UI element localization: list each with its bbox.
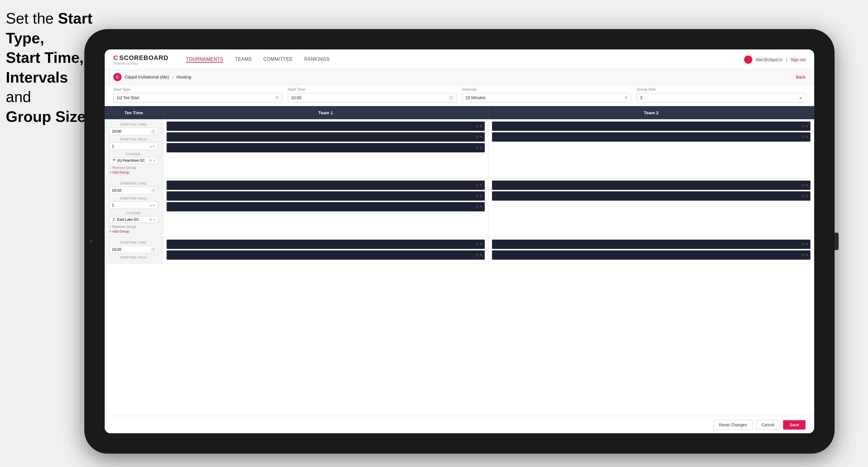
player-x[interactable]: ✕ [476,205,478,209]
nav-committee[interactable]: COMMITTEE [264,57,293,63]
player-row[interactable]: ✕ ✎ [166,122,485,131]
player-x[interactable]: ✕ [802,124,804,128]
logo-text: SCOREBOARD [119,54,168,61]
start-type-group: Start Type 1st Tee Start ▼ [114,87,282,102]
player-row[interactable]: ✕ ✎ [166,250,485,260]
player-edit[interactable]: ✎ [480,253,483,257]
intervals-select[interactable]: 10 Minutes ▼ [462,93,631,102]
remove-group-link-2[interactable]: ○ Remove Group [109,225,158,229]
user-email: blair@clippd.io [756,57,782,62]
breadcrumb-separator: › [172,74,174,80]
breadcrumb-text: Clippd Invitational (Me) › Hosting [124,74,796,80]
player-edit[interactable]: ✎ [480,194,483,198]
starting-time-value-1: 10:00 [112,129,122,133]
cancel-button[interactable]: Cancel [756,420,780,430]
start-type-arrow: ▼ [275,96,279,100]
footer-bar: Reset Changes Cancel Save [105,416,814,433]
player-edit[interactable]: ✎ [805,124,808,128]
remove-icon-1: ○ [109,166,112,170]
course-name-2: East Lake GC [117,218,139,222]
breadcrumb-tournament[interactable]: Clippd Invitational (Me) [124,74,169,80]
header-team1: Team 1 [163,106,489,119]
schedule-table-container: Tee Time Team 1 Team 2 STARTING TIME: 10… [105,106,814,416]
add-group-link-1[interactable]: + Add Group [109,170,158,175]
player-edit[interactable]: ✎ [805,194,808,198]
player-edit[interactable]: ✎ [480,135,483,139]
starting-time-input-1[interactable]: 10:00 🕙 [109,127,158,135]
player-x[interactable]: ✕ [476,124,478,128]
player-x[interactable]: ✕ [802,253,804,257]
starting-time-input-3[interactable]: 10:20 🕙 [109,245,158,253]
player-x[interactable]: ✕ [476,253,478,257]
start-time-value: 10:00 [291,95,301,100]
starting-hole-input-2[interactable]: 1 ▲▼ [109,201,158,209]
player-edit[interactable]: ✎ [480,124,483,128]
player-row[interactable]: ✕ ✎ [166,181,485,190]
intervals-group: Intervals 10 Minutes ▼ [462,87,631,102]
player-row[interactable]: ✕ ✎ [492,191,810,200]
starting-hole-input-1[interactable]: 1 ▲▼ [109,142,158,150]
course-clear-2[interactable]: ✕ [149,218,152,222]
player-row[interactable]: ✕ ✎ [492,250,810,260]
player-edit[interactable]: ✎ [805,253,808,257]
save-button[interactable]: Save [783,420,805,430]
starting-time-input-2[interactable]: 10:10 🕙 [109,186,158,194]
intervals-value: 10 Minutes [466,95,485,100]
player-x[interactable]: ✕ [476,184,478,187]
start-time-clock-icon: 🕙 [449,96,453,100]
player-row[interactable]: ✕ ✎ [492,240,810,249]
course-icon-1: 📍 [112,159,116,162]
player-x[interactable]: ✕ [476,146,478,150]
sign-out-link[interactable]: Sign out [790,57,805,62]
remove-group-link-1[interactable]: ○ Remove Group [109,166,158,170]
player-x[interactable]: ✕ [476,194,478,198]
logo-c: C [114,54,118,61]
nav-tournaments[interactable]: TOURNAMENTS [186,57,223,63]
start-type-select[interactable]: 1st Tee Start ▼ [114,93,282,102]
nav-teams[interactable]: TEAMS [235,57,252,63]
player-edit[interactable]: ✎ [805,135,808,139]
player-edit[interactable]: ✎ [805,184,808,187]
annotation-text: Set the Start Type, Start Time, Interval… [6,9,96,127]
table-body: STARTING TIME: 10:00 🕙 STARTING HOLE: 1 … [105,119,814,264]
start-time-label: Start Time [288,87,457,92]
start-time-select[interactable]: 10:00 🕙 [288,93,457,102]
player-x[interactable]: ✕ [802,194,804,198]
player-edit[interactable]: ✎ [480,184,483,187]
player-x[interactable]: ✕ [802,184,804,187]
tee-time-cell-3: STARTING TIME: 10:20 🕙 STARTING HOLE: [105,237,163,264]
player-x[interactable]: ✕ [802,243,804,246]
player-edit[interactable]: ✎ [805,243,808,246]
player-row[interactable]: ✕ ✎ [492,122,810,131]
starting-time-label-2: STARTING TIME: [109,182,158,185]
reset-changes-button[interactable]: Reset Changes [713,420,752,430]
player-edit[interactable]: ✎ [480,243,483,246]
player-row[interactable]: ✕ ✎ [166,132,485,142]
player-x[interactable]: ✕ [802,135,804,139]
remove-icon-2: ○ [109,225,112,229]
schedule-table: Tee Time Team 1 Team 2 STARTING TIME: 10… [105,106,814,264]
nav-right: blair@clippd.io | Sign out [744,56,805,64]
course-edit-1[interactable]: ✎ [153,159,156,162]
intervals-arrow: ▼ [624,96,628,100]
breadcrumb-section: Hosting [177,74,191,80]
player-x[interactable]: ✕ [476,243,478,246]
nav-rankings[interactable]: RANKINGS [304,57,330,63]
player-row[interactable]: ✕ ✎ [492,181,810,190]
logo: C SCOREBOARD [114,54,168,62]
group-size-select[interactable]: 3 ▲ [637,93,805,102]
add-group-link-2[interactable]: + Add Group [109,229,158,234]
player-row[interactable]: ✕ ✎ [492,132,810,142]
course-edit-2[interactable]: ✎ [153,218,156,221]
breadcrumb-back[interactable]: Back [796,74,805,80]
starting-hole-value-1: 1 [112,144,114,148]
player-row[interactable]: ✕ ✎ [166,202,485,211]
course-clear-1[interactable]: ✕ [149,158,152,162]
player-x[interactable]: ✕ [476,135,478,139]
player-row[interactable]: ✕ ✎ [166,191,485,200]
player-row[interactable]: ✕ ✎ [166,143,485,152]
player-edit[interactable]: ✎ [480,205,483,209]
player-row[interactable]: ✕ ✎ [166,240,485,249]
player-edit[interactable]: ✎ [480,146,483,150]
hole-arrows-2: ▲▼ [149,204,156,207]
